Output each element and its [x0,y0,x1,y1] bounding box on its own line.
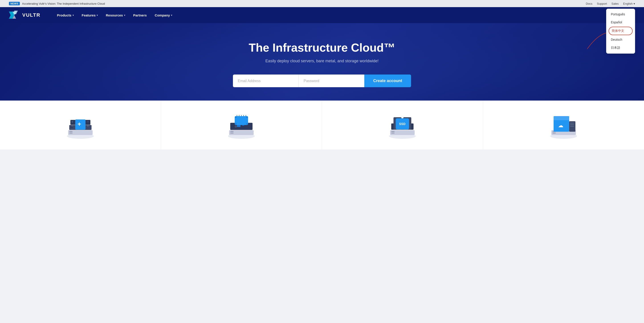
lang-option-japanese[interactable]: 日本語 [606,44,635,52]
product-cards: + + ÷ − × [0,101,644,149]
brand-name: VULTR [22,12,40,18]
object-storage-icon: ☁ [546,109,582,141]
chevron-down-icon: ▾ [634,2,635,5]
chevron-down-icon: ▾ [72,14,74,16]
svg-text:÷: ÷ [71,124,73,128]
svg-point-34 [235,117,236,118]
svg-rect-57 [570,123,574,123]
lang-option-chinese[interactable]: 简体中文 [608,27,633,35]
announcement-text: Accelerating Vultr's Vision: The Indepen… [22,2,105,5]
top-bar-right: Docs Support Sales English ▾ Português E… [586,2,635,5]
svg-text:☁: ☁ [558,122,564,128]
hero-subtitle: Easily deploy cloud servers, bare metal,… [9,59,635,63]
lang-option-deutsch[interactable]: Deutsch [606,35,635,44]
lang-option-portuguese[interactable]: Português [606,10,635,18]
language-label: English [623,2,633,5]
svg-rect-41 [391,133,394,133]
email-field[interactable] [233,74,298,87]
news-badge: NEWS [9,2,20,5]
nav-links: Products ▾ Features ▾ Resources ▾ Partne… [54,11,635,19]
svg-text:+: + [78,121,81,127]
vultr-logo-icon [9,10,20,20]
card-object-storage[interactable]: ☁ [483,101,644,149]
top-bar: NEWS Accelerating Vultr's Vision: The In… [0,0,644,7]
announcement-bar: NEWS Accelerating Vultr's Vision: The In… [9,2,105,5]
hero-title: The Infrastructure Cloud™ [9,41,635,54]
logo[interactable]: VULTR [9,10,40,20]
svg-rect-58 [570,124,574,125]
card-storage[interactable]: SSD [322,101,483,149]
signup-form: Create account [233,74,411,87]
language-selector[interactable]: English ▾ Português Español 简体中文 Deutsch… [623,2,635,5]
svg-rect-8 [69,133,72,133]
svg-point-36 [235,123,236,125]
svg-point-35 [246,117,248,118]
support-link[interactable]: Support [597,2,607,5]
svg-rect-22 [230,133,234,133]
nav-products[interactable]: Products ▾ [54,11,77,19]
svg-rect-21 [230,131,234,132]
nav-resources[interactable]: Resources ▾ [103,11,128,19]
svg-rect-28 [235,116,248,125]
svg-rect-52 [552,133,556,133]
nav-company[interactable]: Company ▾ [152,11,175,19]
svg-rect-59 [570,126,574,127]
nav-partners[interactable]: Partners [130,11,150,19]
svg-rect-55 [554,116,569,120]
lang-option-spanish[interactable]: Español [606,18,635,26]
svg-text:+: + [71,120,73,124]
chevron-down-icon: ▾ [171,14,172,16]
svg-text:SSD: SSD [399,122,406,126]
card-bare-metal[interactable] [161,101,322,149]
svg-text:−: − [87,120,89,124]
nav-features[interactable]: Features ▾ [78,11,101,19]
create-account-button[interactable]: Create account [364,74,411,87]
navbar: VULTR Products ▾ Features ▾ Resources ▾ … [0,7,644,23]
chevron-down-icon: ▾ [124,14,125,16]
sales-link[interactable]: Sales [612,2,619,5]
svg-marker-3 [14,11,18,14]
cloud-compute-icon: + + ÷ − × [62,109,98,141]
hero-section: The Infrastructure Cloud™ Easily deploy … [0,23,644,114]
svg-point-27 [235,126,237,127]
storage-icon: SSD [384,109,420,141]
svg-rect-40 [391,131,394,132]
bare-metal-icon [224,109,259,141]
chevron-down-icon: ▾ [97,14,98,16]
card-cloud-compute[interactable]: + + ÷ − × [0,101,161,149]
password-field[interactable] [298,74,364,87]
svg-point-37 [246,123,248,125]
docs-link[interactable]: Docs [586,2,592,5]
svg-text:×: × [87,124,89,128]
language-dropdown: Português Español 简体中文 Deutsch 日本語 [606,9,635,54]
svg-rect-7 [69,131,72,132]
